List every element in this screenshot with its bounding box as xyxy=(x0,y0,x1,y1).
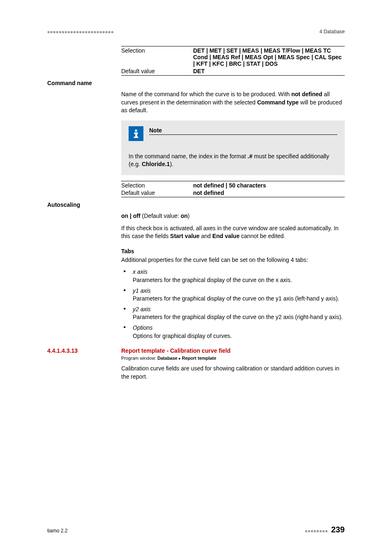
list-item-title: y2 axis xyxy=(133,306,151,312)
selection-label: Selection xyxy=(121,182,193,189)
list-item: y2 axis Parameters for the graphical dis… xyxy=(121,305,345,321)
svg-point-0 xyxy=(135,130,137,132)
tabs-heading: Tabs xyxy=(121,248,345,254)
text: ). xyxy=(170,161,173,167)
text-bold: Database xyxy=(157,356,178,361)
list-item: Options Options for graphical display of… xyxy=(121,324,345,340)
note-box: Note In the command name, the index in t… xyxy=(121,120,345,175)
text: (Default value: xyxy=(141,213,181,219)
note-title: Note xyxy=(149,127,337,134)
page-footer: tiamo 2.2 ■■■■■■■■ 239 xyxy=(47,525,345,534)
note-body: In the command name, the index in the fo… xyxy=(129,153,337,169)
footer-product: tiamo 2.2 xyxy=(47,528,67,534)
header-chapter: 4 Database xyxy=(320,29,345,35)
command-name-description: Name of the command for which the curve … xyxy=(121,90,345,115)
text: Name of the command for which the curve … xyxy=(121,91,291,97)
list-item: x axis Parameters for the graphical disp… xyxy=(121,268,345,284)
text: and xyxy=(200,233,212,239)
text-bold: on xyxy=(181,213,188,219)
default-value: DET xyxy=(193,68,345,74)
list-item-title: Options xyxy=(133,324,152,331)
text-bold: Chloride.1 xyxy=(142,161,170,167)
text: In the command name, the index in the fo… xyxy=(129,153,248,160)
text-bold: Command type xyxy=(257,99,299,106)
list-item-title: y1 axis xyxy=(133,287,151,294)
text-bold: Report template xyxy=(182,356,217,361)
autoscaling-onoff: on | off (Default value: on) xyxy=(121,212,345,220)
divider xyxy=(149,134,337,135)
section-title: Report template - Calibration curve fiel… xyxy=(121,347,231,354)
default-label: Default value xyxy=(121,68,193,74)
footer-right: ■■■■■■■■ 239 xyxy=(305,525,345,534)
autoscaling-description: If this check box is activated, all axes… xyxy=(121,224,345,240)
list-item-desc: Options for graphical display of curves. xyxy=(133,332,345,340)
text-bold: on | off xyxy=(121,213,141,219)
list-item: y1 axis Parameters for the graphical dis… xyxy=(121,287,345,303)
header-left-marker: ■■■■■■■■■■■■■■■■■■■■■■■ xyxy=(47,30,114,34)
breadcrumb-separator-icon: ▸ xyxy=(178,356,182,361)
text-bold: not defined xyxy=(291,91,322,97)
page-number: 239 xyxy=(331,525,345,534)
footer-marker: ■■■■■■■■ xyxy=(305,529,328,533)
list-item-desc: Parameters for the graphical display of … xyxy=(133,313,345,321)
program-window-path: Program window: Database ▸ Report templa… xyxy=(121,356,345,361)
info-icon xyxy=(129,126,143,141)
default-label: Default value xyxy=(121,190,193,196)
svg-rect-3 xyxy=(134,136,138,138)
list-item-desc: Parameters for the graphical display of … xyxy=(133,276,345,284)
text-bold: .# xyxy=(248,153,253,160)
list-item-desc: Parameters for the graphical display of … xyxy=(133,295,345,303)
autoscaling-heading: Autoscaling xyxy=(47,201,121,208)
text: cannot be edited. xyxy=(240,233,285,239)
list-item-title: x axis xyxy=(133,268,148,275)
command-name-heading: Command name xyxy=(47,80,121,86)
divider xyxy=(121,46,345,46)
divider xyxy=(121,181,345,181)
tabs-intro: Additional properties for the curve fiel… xyxy=(121,256,345,264)
section-body: Calibration curve fields are used for sh… xyxy=(121,365,345,381)
section-number: 4.4.1.4.3.13 xyxy=(47,347,121,354)
command-type-block: Selection DET | MET | SET | MEAS | MEAS … xyxy=(121,46,345,76)
text: Program window: xyxy=(121,356,157,361)
section-heading-row: 4.4.1.4.3.13 Report template - Calibrati… xyxy=(47,347,345,354)
text-bold: Start value xyxy=(170,233,200,239)
selection-value: DET | MET | SET | MEAS | MEAS T/Flow | M… xyxy=(193,47,345,67)
page-header: ■■■■■■■■■■■■■■■■■■■■■■■ 4 Database xyxy=(47,29,345,35)
default-value: not defined xyxy=(193,190,345,196)
text: ) xyxy=(188,213,190,219)
selection-value: not defined | 50 characters xyxy=(193,182,345,189)
selection-label: Selection xyxy=(121,47,193,67)
tabs-list: x axis Parameters for the graphical disp… xyxy=(121,268,345,340)
text-bold: End value xyxy=(212,233,240,239)
